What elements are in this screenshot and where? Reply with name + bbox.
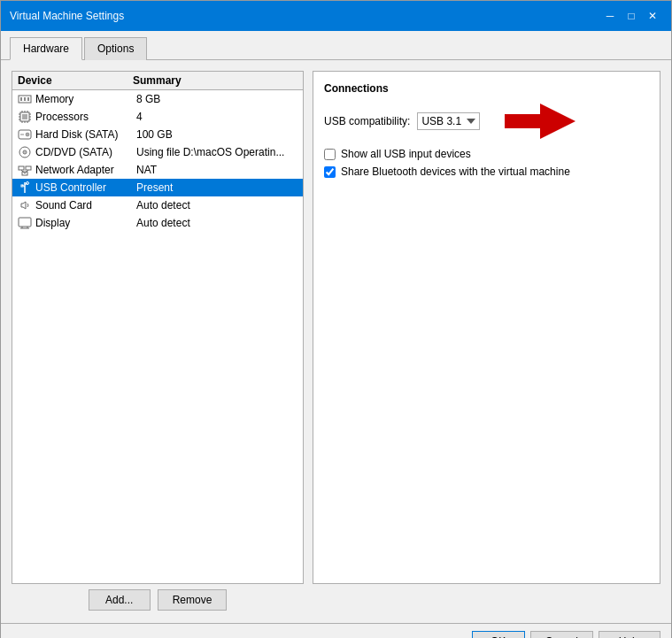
usb-compat-label: USB compatibility: bbox=[324, 115, 410, 127]
hard-disk-icon bbox=[18, 127, 32, 142]
share-bluetooth-row: Share Bluetooth devices with the virtual… bbox=[324, 165, 649, 178]
close-button[interactable]: ✕ bbox=[643, 6, 662, 26]
device-summary-display: Auto detect bbox=[136, 217, 297, 229]
footer-row: OK Cancel Help bbox=[1, 623, 671, 638]
svg-rect-35 bbox=[19, 218, 31, 227]
device-row-hard-disk[interactable]: Hard Disk (SATA) 100 GB bbox=[12, 126, 303, 143]
usb-compat-row: USB compatibility: USB 3.1 USB 2.0 bbox=[324, 104, 649, 139]
add-button[interactable]: Add... bbox=[89, 589, 151, 611]
left-panel: Device Summary Memory 8 GB Process bbox=[12, 71, 304, 611]
svg-rect-1 bbox=[20, 97, 22, 101]
red-arrow-indicator bbox=[496, 104, 575, 139]
ok-button[interactable]: OK bbox=[472, 631, 525, 638]
remove-button[interactable]: Remove bbox=[158, 589, 228, 611]
svg-rect-5 bbox=[22, 114, 27, 119]
window-title: Virtual Machine Settings bbox=[10, 10, 124, 22]
col-device-header: Device bbox=[18, 74, 133, 87]
title-bar: Virtual Machine Settings ─ □ ✕ bbox=[1, 1, 671, 31]
device-list-header: Device Summary bbox=[12, 72, 303, 90]
minimize-button[interactable]: ─ bbox=[600, 6, 620, 26]
svg-rect-3 bbox=[27, 97, 29, 101]
device-row-cd-dvd[interactable]: CD/DVD (SATA) Using file D:\macOS Operat… bbox=[12, 143, 303, 161]
device-name-hard-disk: Hard Disk (SATA) bbox=[35, 128, 136, 141]
memory-icon bbox=[18, 92, 32, 106]
show-all-usb-row: Show all USB input devices bbox=[324, 148, 649, 160]
share-bluetooth-checkbox[interactable] bbox=[324, 166, 336, 178]
cpu-icon bbox=[18, 110, 32, 124]
svg-point-19 bbox=[26, 133, 29, 136]
svg-rect-24 bbox=[19, 166, 24, 170]
tab-options[interactable]: Options bbox=[84, 37, 147, 60]
bottom-buttons: Add... Remove bbox=[12, 589, 304, 611]
svg-rect-2 bbox=[24, 97, 26, 101]
device-row-processors[interactable]: Processors 4 bbox=[12, 108, 303, 126]
network-icon bbox=[18, 163, 32, 177]
device-summary-network: NAT bbox=[136, 164, 297, 176]
svg-rect-33 bbox=[21, 185, 23, 187]
share-bluetooth-label[interactable]: Share Bluetooth devices with the virtual… bbox=[341, 165, 570, 178]
device-name-sound: Sound Card bbox=[35, 199, 136, 211]
show-all-usb-label[interactable]: Show all USB input devices bbox=[341, 148, 471, 160]
virtual-machine-settings-window: Virtual Machine Settings ─ □ ✕ Hardware … bbox=[0, 0, 672, 638]
display-icon bbox=[18, 216, 32, 230]
svg-rect-25 bbox=[26, 166, 31, 170]
sound-icon bbox=[18, 198, 32, 212]
device-name-usb: USB Controller bbox=[35, 181, 136, 194]
usb-icon bbox=[18, 181, 32, 195]
device-name-memory: Memory bbox=[35, 93, 136, 105]
device-row-memory[interactable]: Memory 8 GB bbox=[12, 90, 303, 108]
main-content: Device Summary Memory 8 GB Process bbox=[1, 60, 671, 621]
help-button[interactable]: Help bbox=[599, 631, 660, 638]
cancel-button[interactable]: Cancel bbox=[530, 631, 593, 638]
device-name-processors: Processors bbox=[35, 111, 136, 123]
device-row-network[interactable]: Network Adapter NAT bbox=[12, 161, 303, 179]
device-row-usb[interactable]: USB Controller Present bbox=[12, 179, 303, 196]
title-bar-controls: ─ □ ✕ bbox=[600, 6, 662, 26]
device-summary-sound: Auto detect bbox=[136, 199, 297, 211]
device-name-cd-dvd: CD/DVD (SATA) bbox=[35, 146, 136, 158]
tabs-row: Hardware Options bbox=[1, 31, 671, 60]
device-summary-memory: 8 GB bbox=[136, 93, 297, 105]
device-list-container: Device Summary Memory 8 GB Process bbox=[12, 71, 304, 584]
device-name-display: Display bbox=[35, 217, 136, 229]
device-summary-processors: 4 bbox=[136, 111, 297, 123]
cd-icon bbox=[18, 145, 32, 159]
device-row-sound[interactable]: Sound Card Auto detect bbox=[12, 196, 303, 214]
device-summary-cd-dvd: Using file D:\macOS Operatin... bbox=[136, 146, 297, 158]
tab-hardware[interactable]: Hardware bbox=[10, 37, 82, 60]
svg-marker-34 bbox=[21, 202, 26, 209]
svg-marker-39 bbox=[505, 104, 575, 139]
maximize-button[interactable]: □ bbox=[622, 6, 641, 26]
device-row-display[interactable]: Display Auto detect bbox=[12, 214, 303, 232]
device-summary-hard-disk: 100 GB bbox=[136, 128, 297, 141]
show-all-usb-checkbox[interactable] bbox=[324, 149, 336, 160]
usb-compat-select[interactable]: USB 3.1 USB 2.0 bbox=[417, 112, 480, 130]
device-name-network: Network Adapter bbox=[35, 164, 136, 176]
right-panel: Connections USB compatibility: USB 3.1 U… bbox=[313, 71, 660, 584]
col-summary-header: Summary bbox=[133, 74, 297, 87]
connections-label: Connections bbox=[324, 82, 649, 95]
svg-point-23 bbox=[24, 151, 26, 153]
device-summary-usb: Present bbox=[136, 181, 297, 194]
